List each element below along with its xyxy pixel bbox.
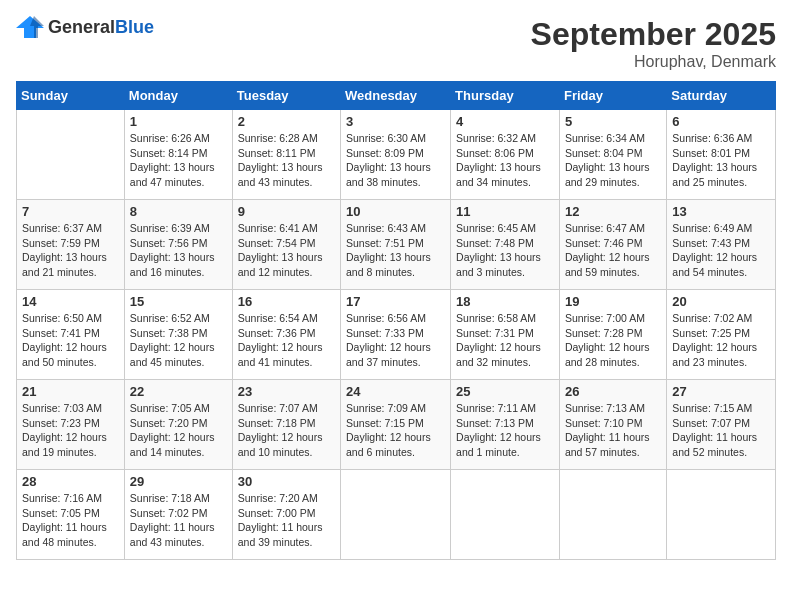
day-info: Sunrise: 7:09 AM Sunset: 7:15 PM Dayligh… <box>346 401 445 460</box>
svg-marker-0 <box>16 16 44 38</box>
calendar-cell <box>559 470 666 560</box>
calendar-cell <box>667 470 776 560</box>
day-number: 15 <box>130 294 227 309</box>
calendar-cell: 10Sunrise: 6:43 AM Sunset: 7:51 PM Dayli… <box>341 200 451 290</box>
calendar-cell: 5Sunrise: 6:34 AM Sunset: 8:04 PM Daylig… <box>559 110 666 200</box>
day-info: Sunrise: 6:28 AM Sunset: 8:11 PM Dayligh… <box>238 131 335 190</box>
calendar-week-3: 14Sunrise: 6:50 AM Sunset: 7:41 PM Dayli… <box>17 290 776 380</box>
day-number: 6 <box>672 114 770 129</box>
calendar-cell <box>451 470 560 560</box>
logo: GeneralBlue <box>16 16 154 38</box>
calendar-cell: 3Sunrise: 6:30 AM Sunset: 8:09 PM Daylig… <box>341 110 451 200</box>
day-number: 26 <box>565 384 661 399</box>
calendar-cell: 26Sunrise: 7:13 AM Sunset: 7:10 PM Dayli… <box>559 380 666 470</box>
calendar-cell: 20Sunrise: 7:02 AM Sunset: 7:25 PM Dayli… <box>667 290 776 380</box>
calendar-week-4: 21Sunrise: 7:03 AM Sunset: 7:23 PM Dayli… <box>17 380 776 470</box>
calendar-cell: 28Sunrise: 7:16 AM Sunset: 7:05 PM Dayli… <box>17 470 125 560</box>
col-header-friday: Friday <box>559 82 666 110</box>
day-number: 3 <box>346 114 445 129</box>
calendar-cell: 29Sunrise: 7:18 AM Sunset: 7:02 PM Dayli… <box>124 470 232 560</box>
col-header-saturday: Saturday <box>667 82 776 110</box>
day-number: 28 <box>22 474 119 489</box>
day-info: Sunrise: 7:13 AM Sunset: 7:10 PM Dayligh… <box>565 401 661 460</box>
day-info: Sunrise: 6:34 AM Sunset: 8:04 PM Dayligh… <box>565 131 661 190</box>
day-number: 13 <box>672 204 770 219</box>
calendar-cell: 18Sunrise: 6:58 AM Sunset: 7:31 PM Dayli… <box>451 290 560 380</box>
day-info: Sunrise: 6:41 AM Sunset: 7:54 PM Dayligh… <box>238 221 335 280</box>
day-number: 20 <box>672 294 770 309</box>
day-info: Sunrise: 6:39 AM Sunset: 7:56 PM Dayligh… <box>130 221 227 280</box>
calendar-cell: 4Sunrise: 6:32 AM Sunset: 8:06 PM Daylig… <box>451 110 560 200</box>
day-number: 1 <box>130 114 227 129</box>
day-info: Sunrise: 6:37 AM Sunset: 7:59 PM Dayligh… <box>22 221 119 280</box>
calendar-cell: 17Sunrise: 6:56 AM Sunset: 7:33 PM Dayli… <box>341 290 451 380</box>
calendar-cell: 15Sunrise: 6:52 AM Sunset: 7:38 PM Dayli… <box>124 290 232 380</box>
col-header-wednesday: Wednesday <box>341 82 451 110</box>
day-number: 27 <box>672 384 770 399</box>
day-info: Sunrise: 7:00 AM Sunset: 7:28 PM Dayligh… <box>565 311 661 370</box>
calendar-cell: 21Sunrise: 7:03 AM Sunset: 7:23 PM Dayli… <box>17 380 125 470</box>
day-info: Sunrise: 7:03 AM Sunset: 7:23 PM Dayligh… <box>22 401 119 460</box>
col-header-thursday: Thursday <box>451 82 560 110</box>
day-info: Sunrise: 7:18 AM Sunset: 7:02 PM Dayligh… <box>130 491 227 550</box>
calendar-cell: 2Sunrise: 6:28 AM Sunset: 8:11 PM Daylig… <box>232 110 340 200</box>
day-info: Sunrise: 7:02 AM Sunset: 7:25 PM Dayligh… <box>672 311 770 370</box>
day-number: 14 <box>22 294 119 309</box>
day-number: 12 <box>565 204 661 219</box>
day-info: Sunrise: 7:15 AM Sunset: 7:07 PM Dayligh… <box>672 401 770 460</box>
day-info: Sunrise: 6:36 AM Sunset: 8:01 PM Dayligh… <box>672 131 770 190</box>
day-info: Sunrise: 6:52 AM Sunset: 7:38 PM Dayligh… <box>130 311 227 370</box>
day-number: 11 <box>456 204 554 219</box>
logo-blue: Blue <box>115 17 154 37</box>
day-number: 30 <box>238 474 335 489</box>
calendar-cell: 8Sunrise: 6:39 AM Sunset: 7:56 PM Daylig… <box>124 200 232 290</box>
logo-icon <box>16 16 44 38</box>
title-block: September 2025 Horuphav, Denmark <box>531 16 776 71</box>
col-header-monday: Monday <box>124 82 232 110</box>
calendar-cell: 19Sunrise: 7:00 AM Sunset: 7:28 PM Dayli… <box>559 290 666 380</box>
day-info: Sunrise: 6:49 AM Sunset: 7:43 PM Dayligh… <box>672 221 770 280</box>
day-number: 7 <box>22 204 119 219</box>
day-info: Sunrise: 6:30 AM Sunset: 8:09 PM Dayligh… <box>346 131 445 190</box>
day-number: 4 <box>456 114 554 129</box>
calendar-cell: 27Sunrise: 7:15 AM Sunset: 7:07 PM Dayli… <box>667 380 776 470</box>
day-number: 21 <box>22 384 119 399</box>
calendar-cell: 12Sunrise: 6:47 AM Sunset: 7:46 PM Dayli… <box>559 200 666 290</box>
day-number: 16 <box>238 294 335 309</box>
day-number: 29 <box>130 474 227 489</box>
calendar-week-1: 1Sunrise: 6:26 AM Sunset: 8:14 PM Daylig… <box>17 110 776 200</box>
calendar-cell: 24Sunrise: 7:09 AM Sunset: 7:15 PM Dayli… <box>341 380 451 470</box>
day-number: 9 <box>238 204 335 219</box>
col-header-sunday: Sunday <box>17 82 125 110</box>
calendar-cell: 13Sunrise: 6:49 AM Sunset: 7:43 PM Dayli… <box>667 200 776 290</box>
calendar-cell <box>17 110 125 200</box>
calendar-cell: 11Sunrise: 6:45 AM Sunset: 7:48 PM Dayli… <box>451 200 560 290</box>
logo-general: General <box>48 17 115 37</box>
day-info: Sunrise: 7:05 AM Sunset: 7:20 PM Dayligh… <box>130 401 227 460</box>
day-number: 18 <box>456 294 554 309</box>
calendar-cell: 30Sunrise: 7:20 AM Sunset: 7:00 PM Dayli… <box>232 470 340 560</box>
day-number: 5 <box>565 114 661 129</box>
day-info: Sunrise: 6:56 AM Sunset: 7:33 PM Dayligh… <box>346 311 445 370</box>
day-number: 2 <box>238 114 335 129</box>
day-number: 10 <box>346 204 445 219</box>
day-number: 22 <box>130 384 227 399</box>
day-number: 23 <box>238 384 335 399</box>
day-info: Sunrise: 6:54 AM Sunset: 7:36 PM Dayligh… <box>238 311 335 370</box>
day-info: Sunrise: 6:58 AM Sunset: 7:31 PM Dayligh… <box>456 311 554 370</box>
day-info: Sunrise: 7:11 AM Sunset: 7:13 PM Dayligh… <box>456 401 554 460</box>
calendar-cell: 16Sunrise: 6:54 AM Sunset: 7:36 PM Dayli… <box>232 290 340 380</box>
day-number: 8 <box>130 204 227 219</box>
day-info: Sunrise: 7:07 AM Sunset: 7:18 PM Dayligh… <box>238 401 335 460</box>
page-header: GeneralBlue September 2025 Horuphav, Den… <box>16 16 776 71</box>
calendar-week-5: 28Sunrise: 7:16 AM Sunset: 7:05 PM Dayli… <box>17 470 776 560</box>
calendar-cell: 7Sunrise: 6:37 AM Sunset: 7:59 PM Daylig… <box>17 200 125 290</box>
calendar-cell: 22Sunrise: 7:05 AM Sunset: 7:20 PM Dayli… <box>124 380 232 470</box>
calendar-cell: 9Sunrise: 6:41 AM Sunset: 7:54 PM Daylig… <box>232 200 340 290</box>
calendar-cell: 25Sunrise: 7:11 AM Sunset: 7:13 PM Dayli… <box>451 380 560 470</box>
day-number: 19 <box>565 294 661 309</box>
day-info: Sunrise: 7:16 AM Sunset: 7:05 PM Dayligh… <box>22 491 119 550</box>
calendar-subtitle: Horuphav, Denmark <box>531 53 776 71</box>
day-number: 25 <box>456 384 554 399</box>
calendar-cell: 6Sunrise: 6:36 AM Sunset: 8:01 PM Daylig… <box>667 110 776 200</box>
